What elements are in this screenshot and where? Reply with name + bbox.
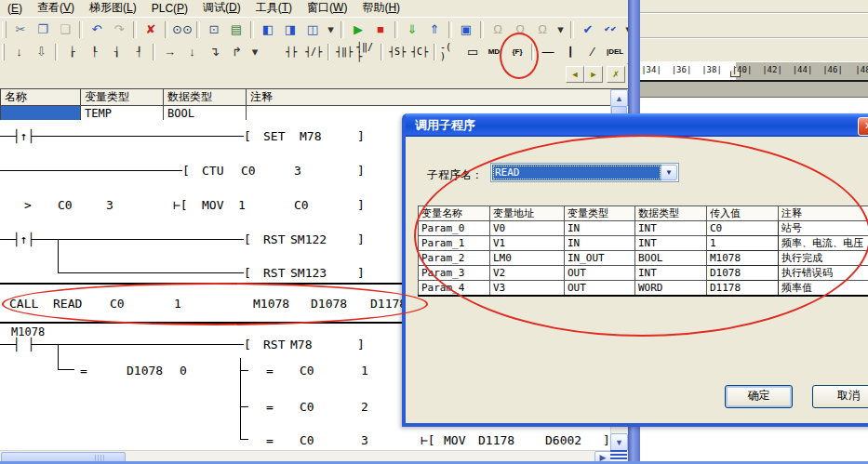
- ladder-element[interactable]: C0: [300, 400, 314, 414]
- ladder-element[interactable]: =: [80, 364, 87, 378]
- ladder-element[interactable]: CTU: [202, 164, 223, 178]
- ladder-element[interactable]: 3: [294, 164, 301, 178]
- menu-item[interactable]: 工具(T): [248, 0, 300, 18]
- menu-item[interactable]: 调试(D): [195, 0, 248, 18]
- ladder-element[interactable]: C0: [241, 164, 256, 178]
- table-cell[interactable]: 站号: [779, 221, 868, 236]
- function-button[interactable]: {F}: [506, 41, 528, 62]
- stop-button[interactable]: ■: [369, 19, 392, 40]
- not-line-button[interactable]: ⁄: [581, 41, 604, 62]
- ladder-element[interactable]: 0: [180, 364, 187, 378]
- table-cell[interactable]: 频率、电流、电压: [779, 236, 868, 251]
- ladder-element[interactable]: C0: [294, 198, 309, 212]
- ok-button[interactable]: 确定: [725, 385, 793, 408]
- find-button[interactable]: ⊙⊙: [171, 19, 194, 40]
- cancel-button[interactable]: 取消: [812, 385, 868, 408]
- table-cell[interactable]: BOOL: [635, 251, 707, 266]
- toolbar-grip[interactable]: [2, 44, 5, 60]
- scroll-up-button[interactable]: ▲: [610, 89, 628, 107]
- ladder-element[interactable]: MOV: [202, 198, 223, 212]
- input-value-cell[interactable]: M1078: [707, 251, 779, 266]
- ladder-element[interactable]: =: [266, 400, 274, 414]
- input-value-cell[interactable]: C0: [707, 221, 779, 236]
- close-icon[interactable]: ✕: [858, 117, 868, 136]
- ladder-contact[interactable]: ┤ ├: [13, 338, 34, 351]
- lock-button[interactable]: Ω: [487, 19, 509, 40]
- ladder-element[interactable]: D6002: [545, 433, 581, 447]
- copy-button[interactable]: ❐: [32, 19, 54, 40]
- verify-button[interactable]: ✔: [577, 19, 599, 40]
- ladder-element[interactable]: =: [266, 433, 274, 447]
- view-dropdown-button[interactable]: ▾: [324, 19, 338, 40]
- download-button[interactable]: ⇓: [401, 19, 423, 40]
- ladder-element[interactable]: ]: [357, 164, 365, 178]
- menu-item[interactable]: 帮助(H): [354, 0, 407, 18]
- box-button[interactable]: ▭: [461, 41, 484, 62]
- ladder-element[interactable]: M78: [290, 338, 312, 351]
- line-down-button[interactable]: ↓: [180, 41, 203, 62]
- ladder-element[interactable]: RST: [263, 338, 285, 351]
- pou-close-button[interactable]: ✗: [607, 66, 625, 83]
- table-cell[interactable]: V1: [490, 236, 565, 251]
- ladder-element[interactable]: 2: [361, 400, 368, 414]
- ladder-element[interactable]: 3: [106, 198, 114, 212]
- table-cell[interactable]: IN_OUT: [565, 251, 635, 266]
- ladder-element[interactable]: ]: [357, 129, 365, 143]
- ladder-element[interactable]: C0: [58, 198, 73, 212]
- pou-prev-button[interactable]: ◄: [566, 66, 584, 83]
- paste-button[interactable]: ❑: [54, 19, 76, 40]
- ladder-element[interactable]: D1078: [311, 297, 347, 311]
- run-button[interactable]: ▶: [347, 19, 369, 40]
- ladder-contact[interactable]: ┤↑├: [13, 129, 34, 143]
- ladder-element[interactable]: [: [244, 338, 251, 351]
- view-pane-right-button[interactable]: ◨: [279, 19, 301, 40]
- ladder-element[interactable]: C0: [300, 433, 314, 447]
- input-value-cell[interactable]: D1078: [707, 266, 779, 281]
- table-cell[interactable]: Param_1: [419, 236, 490, 251]
- line-dropdown-button[interactable]: ▾: [247, 41, 261, 62]
- ladder-element[interactable]: ⊢[: [173, 198, 188, 212]
- toolbar-grip[interactable]: [2, 21, 7, 38]
- table-cell[interactable]: V3: [490, 281, 565, 297]
- input-value-cell[interactable]: D1178: [707, 281, 779, 297]
- lock-partial-button[interactable]: Ω: [509, 19, 531, 40]
- combobox-selected-value[interactable]: READ: [492, 165, 661, 180]
- menu-item[interactable]: 窗口(W): [300, 0, 354, 18]
- table-cell[interactable]: [1, 106, 81, 121]
- ladder-element[interactable]: SET: [263, 129, 285, 143]
- ladder-contact[interactable]: ┤↑├: [13, 232, 34, 246]
- table-cell[interactable]: 执行完成: [779, 251, 868, 266]
- mdi-button[interactable]: MDI: [484, 41, 506, 62]
- menu-item[interactable]: 查看(V): [30, 0, 82, 18]
- undo-button[interactable]: ↶: [86, 19, 108, 40]
- table-cell[interactable]: Param_0: [419, 221, 490, 236]
- print-preview-button[interactable]: ⊡: [203, 19, 225, 40]
- reset-coil-button[interactable]: ┤C├: [408, 41, 431, 62]
- ladder-element[interactable]: 3: [361, 433, 368, 447]
- table-cell[interactable]: INT: [635, 266, 707, 281]
- chevron-down-icon[interactable]: ▼: [661, 165, 677, 180]
- table-cell[interactable]: INT: [635, 221, 707, 236]
- ladder-element[interactable]: READ: [53, 297, 82, 311]
- ladder-element[interactable]: [: [182, 164, 190, 178]
- table-cell[interactable]: 执行错误码: [779, 266, 868, 281]
- menu-item[interactable]: PLC(P): [144, 1, 195, 17]
- ladder-element[interactable]: ]: [357, 232, 365, 246]
- menu-item[interactable]: (E): [0, 1, 30, 17]
- ladder-element[interactable]: SM123: [290, 266, 327, 280]
- scroll-down-button[interactable]: ▼: [610, 433, 628, 451]
- table-cell[interactable]: WORD: [635, 281, 707, 297]
- table-cell[interactable]: LM0: [490, 251, 565, 266]
- contact-no-button[interactable]: ┤├: [280, 41, 302, 62]
- subroutine-name-combobox[interactable]: READ ▼: [490, 163, 679, 182]
- insert-row-button[interactable]: ↓: [7, 41, 30, 62]
- ladder-element[interactable]: D1078: [127, 364, 163, 378]
- redo-button[interactable]: ↷: [108, 19, 130, 40]
- table-cell[interactable]: INT: [635, 236, 707, 251]
- ladder-element[interactable]: M78: [300, 129, 321, 143]
- pou-next-button[interactable]: ►: [584, 66, 603, 83]
- delete-line-button[interactable]: |DEL: [604, 41, 626, 62]
- ladder-element[interactable]: MOV: [444, 433, 465, 447]
- table-cell[interactable]: Param_4: [419, 281, 490, 297]
- ladder-element[interactable]: [: [244, 266, 251, 280]
